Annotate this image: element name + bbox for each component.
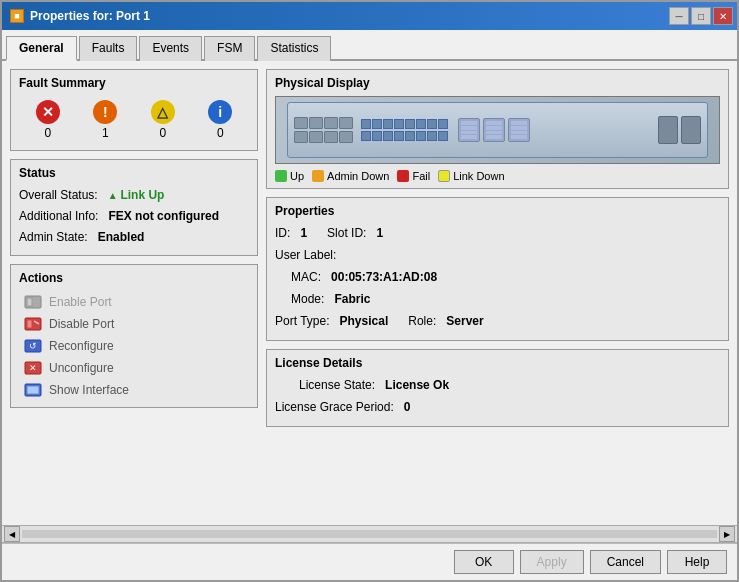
prop-user-label-row: User Label:	[275, 246, 720, 264]
fault-info-count: 0	[217, 126, 224, 140]
title-bar-left: ■ Properties for: Port 1	[10, 9, 150, 23]
fault-major-icon: !	[93, 100, 117, 124]
properties-title: Properties	[275, 204, 720, 218]
scroll-right-button[interactable]: ▶	[719, 526, 735, 542]
tab-general[interactable]: General	[6, 36, 77, 61]
physical-display-title: Physical Display	[275, 76, 720, 90]
legend-fail: Fail	[397, 170, 430, 182]
fault-summary-grid: ✕ 0 ! 1 △ 0 i 0	[19, 96, 249, 144]
prop-role-value: Server	[446, 314, 483, 328]
action-unconfigure[interactable]: ✕ Unconfigure	[19, 357, 249, 379]
tab-faults[interactable]: Faults	[79, 36, 138, 61]
additional-info-value: FEX not configured	[108, 209, 219, 223]
fault-major: ! 1	[93, 100, 117, 140]
tab-fsm[interactable]: FSM	[204, 36, 255, 61]
maximize-button[interactable]: □	[691, 7, 711, 25]
fault-critical-count: 0	[44, 126, 51, 140]
fault-major-count: 1	[102, 126, 109, 140]
apply-button[interactable]: Apply	[520, 550, 584, 574]
legend-fail-dot	[397, 170, 409, 182]
prop-slot-label: Slot ID:	[327, 226, 366, 240]
admin-state-value: Enabled	[98, 230, 145, 244]
actions-section: Actions Enable Port	[10, 264, 258, 408]
window-icon: ■	[10, 9, 24, 23]
unconfigure-icon: ✕	[23, 360, 43, 376]
prop-mode-row: Mode: Fabric	[275, 290, 720, 308]
status-section: Status Overall Status: Link Up Additiona…	[10, 159, 258, 256]
prop-id-value: 1	[300, 226, 307, 240]
show-interface-icon	[23, 382, 43, 398]
legend-fail-label: Fail	[412, 170, 430, 182]
action-enable-port[interactable]: Enable Port	[19, 291, 249, 313]
action-reconfigure[interactable]: ↺ Reconfigure	[19, 335, 249, 357]
legend-up-dot	[275, 170, 287, 182]
action-disable-port[interactable]: Disable Port	[19, 313, 249, 335]
physical-display-section: Physical Display	[266, 69, 729, 189]
prop-port-type-value: Physical	[340, 314, 389, 328]
admin-state-label: Admin State:	[19, 230, 88, 244]
fault-info-icon: i	[208, 100, 232, 124]
properties-section: Properties ID: 1 Slot ID: 1 User Label: …	[266, 197, 729, 341]
help-button[interactable]: Help	[667, 550, 727, 574]
disable-port-icon	[23, 316, 43, 332]
prop-mac-label: MAC:	[291, 270, 321, 284]
fault-summary-title: Fault Summary	[19, 76, 249, 90]
close-button[interactable]: ✕	[713, 7, 733, 25]
tabs-bar: General Faults Events FSM Statistics	[2, 30, 737, 61]
reconfigure-label: Reconfigure	[49, 339, 114, 353]
fault-summary-section: Fault Summary ✕ 0 ! 1 △ 0 i	[10, 69, 258, 151]
prop-id-row: ID: 1 Slot ID: 1	[275, 224, 720, 242]
tab-statistics[interactable]: Statistics	[257, 36, 331, 61]
svg-text:↺: ↺	[29, 341, 37, 351]
footer: OK Apply Cancel Help	[2, 543, 737, 580]
switch-diagram	[287, 102, 708, 158]
license-section: License Details License State: License O…	[266, 349, 729, 427]
horizontal-scrollbar[interactable]: ◀ ▶	[2, 525, 737, 543]
svg-rect-4	[27, 320, 32, 328]
enable-port-label: Enable Port	[49, 295, 112, 309]
legend-up: Up	[275, 170, 304, 182]
status-title: Status	[19, 166, 249, 180]
prop-id-label: ID:	[275, 226, 290, 240]
fault-info: i 0	[208, 100, 232, 140]
additional-info-row: Additional Info: FEX not configured	[19, 207, 249, 225]
main-window: ■ Properties for: Port 1 ─ □ ✕ General F…	[0, 0, 739, 582]
legend-row: Up Admin Down Fail Link Down	[275, 170, 720, 182]
additional-info-label: Additional Info:	[19, 209, 98, 223]
prop-role-label: Role:	[408, 314, 436, 328]
prop-user-label-text: User Label:	[275, 248, 336, 262]
left-panel: Fault Summary ✕ 0 ! 1 △ 0 i	[10, 69, 258, 517]
prop-mac-value: 00:05:73:A1:AD:08	[331, 270, 437, 284]
action-show-interface[interactable]: Show Interface	[19, 379, 249, 401]
admin-state-row: Admin State: Enabled	[19, 228, 249, 246]
legend-link-down: Link Down	[438, 170, 504, 182]
legend-link-down-label: Link Down	[453, 170, 504, 182]
enable-port-icon	[23, 294, 43, 310]
license-state-row: License State: License Ok	[275, 376, 720, 394]
license-title: License Details	[275, 356, 720, 370]
disable-port-label: Disable Port	[49, 317, 114, 331]
window-title: Properties for: Port 1	[30, 9, 150, 23]
minimize-button[interactable]: ─	[669, 7, 689, 25]
fault-critical-icon: ✕	[36, 100, 60, 124]
license-grace-label: License Grace Period:	[275, 400, 394, 414]
tab-events[interactable]: Events	[139, 36, 202, 61]
license-state-label: License State:	[299, 378, 375, 392]
scroll-track[interactable]	[22, 530, 717, 538]
unconfigure-label: Unconfigure	[49, 361, 114, 375]
prop-port-type-label: Port Type:	[275, 314, 329, 328]
reconfigure-icon: ↺	[23, 338, 43, 354]
prop-mode-value: Fabric	[334, 292, 370, 306]
prop-mode-label: Mode:	[291, 292, 324, 306]
svg-rect-11	[27, 386, 39, 394]
svg-rect-1	[27, 298, 32, 306]
ok-button[interactable]: OK	[454, 550, 514, 574]
legend-up-label: Up	[290, 170, 304, 182]
fault-critical: ✕ 0	[36, 100, 60, 140]
title-controls: ─ □ ✕	[669, 7, 733, 25]
show-interface-label: Show Interface	[49, 383, 129, 397]
scroll-left-button[interactable]: ◀	[4, 526, 20, 542]
cancel-button[interactable]: Cancel	[590, 550, 661, 574]
switch-image	[275, 96, 720, 164]
title-bar: ■ Properties for: Port 1 ─ □ ✕	[2, 2, 737, 30]
